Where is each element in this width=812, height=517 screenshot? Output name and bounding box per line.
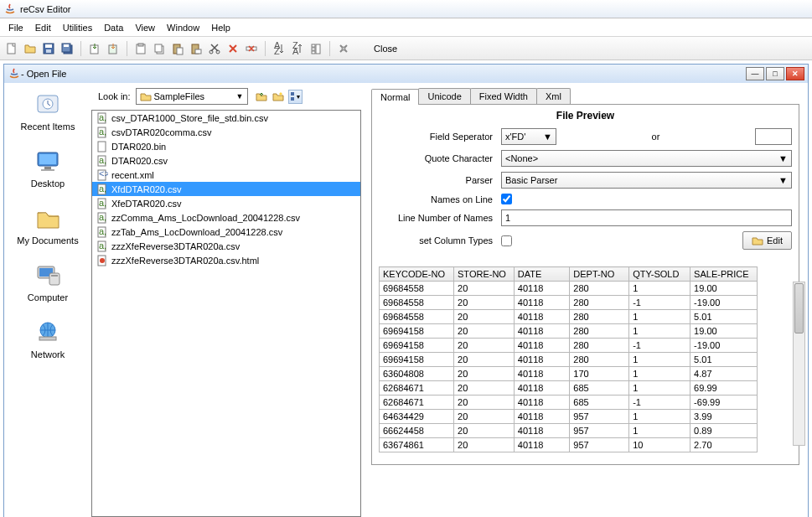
- grid-cell[interactable]: 19.00: [690, 282, 758, 296]
- grid-cell[interactable]: 20: [454, 396, 515, 410]
- save-icon[interactable]: [42, 42, 55, 55]
- grid-header[interactable]: DEPT-NO: [570, 267, 629, 282]
- grid-cell[interactable]: 280: [570, 296, 629, 310]
- menu-window[interactable]: Window: [162, 21, 204, 34]
- grid-cell[interactable]: 19.00: [690, 324, 758, 339]
- settings-icon[interactable]: [337, 42, 350, 55]
- grid-cell[interactable]: -1: [629, 296, 690, 310]
- scrollbar-thumb[interactable]: [794, 283, 804, 333]
- paste-row-icon[interactable]: [189, 42, 203, 55]
- field-sep-select[interactable]: x'FD'▼: [501, 128, 556, 145]
- grid-cell[interactable]: 1: [629, 367, 690, 381]
- file-list[interactable]: a,csv_DTAR1000_Store_file_std.bin.csva,c…: [91, 110, 361, 517]
- grid-cell[interactable]: -69.99: [690, 396, 758, 410]
- scrollbar[interactable]: [793, 282, 805, 446]
- grid-cell[interactable]: 40118: [514, 324, 570, 339]
- grid-cell[interactable]: 280: [570, 353, 629, 367]
- grid-cell[interactable]: 66624458: [380, 424, 454, 438]
- export-icon[interactable]: [88, 42, 101, 55]
- grid-cell[interactable]: 20: [454, 438, 515, 452]
- view-mode-icon[interactable]: ▼: [288, 90, 303, 104]
- grid-cell[interactable]: -19.00: [690, 339, 758, 353]
- grid-cell[interactable]: 20: [454, 296, 515, 310]
- grid-cell[interactable]: 957: [570, 410, 629, 424]
- grid-cell[interactable]: 280: [570, 282, 629, 296]
- grid-cell[interactable]: 685: [570, 381, 629, 396]
- grid-header[interactable]: SALE-PRICE: [690, 267, 758, 282]
- grid-cell[interactable]: 62684671: [380, 381, 454, 396]
- grid-header[interactable]: DATE: [514, 267, 570, 282]
- grid-cell[interactable]: 1: [629, 310, 690, 324]
- grid-cell[interactable]: 69684558: [380, 310, 454, 324]
- grid-cell[interactable]: 957: [570, 424, 629, 438]
- delete-row-icon[interactable]: [245, 42, 258, 55]
- delete-icon[interactable]: [226, 42, 240, 55]
- grid-cell[interactable]: 69.99: [690, 381, 758, 396]
- table-row[interactable]: 64634429204011895713.99: [380, 410, 758, 424]
- grid-cell[interactable]: 170: [570, 367, 629, 381]
- grid-cell[interactable]: 1: [629, 353, 690, 367]
- file-item[interactable]: a,zzzXfeReverse3DTAR020a.csv: [92, 239, 360, 253]
- nav-computer[interactable]: Computer: [8, 261, 88, 302]
- coltypes-checkbox[interactable]: [501, 235, 512, 246]
- open-folder-icon[interactable]: [23, 42, 37, 55]
- file-item[interactable]: DTAR020.bin: [92, 139, 360, 153]
- grid-cell[interactable]: 1: [629, 410, 690, 424]
- grid-cell[interactable]: 20: [454, 324, 515, 339]
- table-row[interactable]: 69694158204011828015.01: [380, 353, 758, 367]
- grid-cell[interactable]: 20: [454, 410, 515, 424]
- close-label[interactable]: Close: [374, 44, 397, 54]
- grid-cell[interactable]: 20: [454, 310, 515, 324]
- grid-cell[interactable]: 1: [629, 282, 690, 296]
- table-row[interactable]: 696941582040118280119.00: [380, 324, 758, 339]
- grid-cell[interactable]: 3.99: [690, 410, 758, 424]
- grid-cell[interactable]: 69684558: [380, 296, 454, 310]
- table-row[interactable]: 696845582040118280-1-19.00: [380, 296, 758, 310]
- table-row[interactable]: 66624458204011895710.89: [380, 424, 758, 438]
- grid-cell[interactable]: 40118: [514, 339, 570, 353]
- sort-asc-icon[interactable]: AZ: [272, 42, 286, 55]
- file-item[interactable]: a,zzComma_Ams_LocDownload_20041228.csv: [92, 210, 360, 225]
- grid-cell[interactable]: 20: [454, 339, 515, 353]
- nav-docs[interactable]: My Documents: [8, 204, 88, 246]
- menu-view[interactable]: View: [130, 21, 160, 34]
- grid-cell[interactable]: 40118: [514, 310, 570, 324]
- table-row[interactable]: 69684558204011828015.01: [380, 310, 758, 324]
- grid-cell[interactable]: 40118: [514, 438, 570, 452]
- grid-cell[interactable]: 20: [454, 381, 515, 396]
- table-row[interactable]: 696941582040118280-1-19.00: [380, 339, 758, 353]
- tab-xml[interactable]: Xml: [536, 88, 571, 104]
- grid-cell[interactable]: 20: [454, 367, 515, 381]
- copy-icon[interactable]: [153, 42, 166, 55]
- grid-header[interactable]: KEYCODE-NO: [380, 267, 454, 282]
- edit-button[interactable]: Edit: [742, 231, 792, 250]
- menu-utilities[interactable]: Utilities: [58, 21, 97, 34]
- lookin-combo[interactable]: SampleFiles ▼: [136, 88, 248, 105]
- grid-cell[interactable]: 280: [570, 324, 629, 339]
- grid-cell[interactable]: 20: [454, 282, 515, 296]
- file-item[interactable]: a,DTAR020.csv: [92, 153, 360, 168]
- grid-cell[interactable]: 10: [629, 438, 690, 452]
- table-row[interactable]: 626846712040118685169.99: [380, 381, 758, 396]
- parser-select[interactable]: Basic Parser▼: [501, 172, 792, 189]
- menu-file[interactable]: File: [3, 21, 28, 34]
- grid-header[interactable]: QTY-SOLD: [629, 267, 690, 282]
- grid-cell[interactable]: 40118: [514, 353, 570, 367]
- export-csv-icon[interactable]: [106, 42, 120, 55]
- linenum-input[interactable]: [501, 209, 792, 226]
- clipboard-icon[interactable]: [134, 42, 147, 55]
- filter-icon[interactable]: [309, 42, 323, 55]
- table-row[interactable]: 63604808204011817014.87: [380, 367, 758, 381]
- menu-help[interactable]: Help: [206, 21, 235, 34]
- file-item[interactable]: a,zzTab_Ams_LocDownload_20041228.csv: [92, 225, 360, 239]
- grid-cell[interactable]: 64634429: [380, 410, 454, 424]
- tab-fixed-width[interactable]: Fixed Width: [470, 88, 537, 104]
- file-item[interactable]: <>recent.xml: [92, 168, 360, 182]
- names-checkbox[interactable]: [501, 194, 512, 204]
- file-item[interactable]: a,XfdDTAR020.csv: [92, 182, 360, 196]
- tab-unicode[interactable]: Unicode: [418, 88, 470, 104]
- nav-recent[interactable]: Recent Items: [8, 90, 88, 132]
- field-sep-input[interactable]: [755, 128, 792, 145]
- grid-cell[interactable]: 69694158: [380, 324, 454, 339]
- grid-cell[interactable]: 2.70: [690, 438, 758, 452]
